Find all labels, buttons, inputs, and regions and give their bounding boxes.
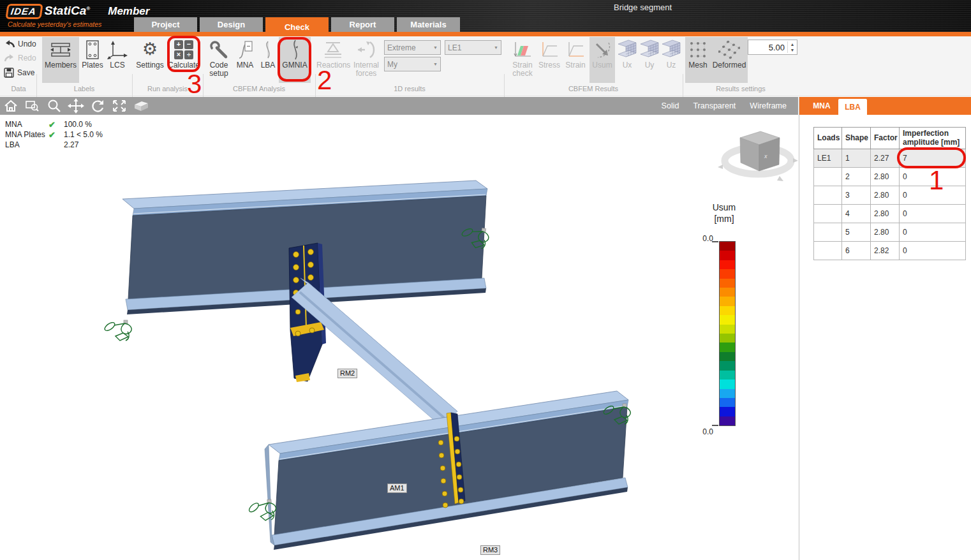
ux-button[interactable]: Ux — [616, 37, 638, 83]
table-cell[interactable]: 2.27 — [871, 149, 900, 168]
lba-button[interactable]: LBA — [258, 37, 278, 83]
uz-button[interactable]: Uz — [661, 37, 681, 83]
colorbar-band — [720, 251, 735, 260]
stepper-up-icon[interactable]: ▲ — [790, 41, 795, 47]
fit-to-screen-button[interactable] — [108, 98, 130, 114]
tab-lba[interactable]: LBA — [838, 99, 867, 115]
tab-materials[interactable]: Materials — [397, 17, 460, 32]
render-mode-solid[interactable]: Solid — [662, 101, 679, 110]
colorbar-band — [720, 416, 735, 425]
table-cell[interactable]: 0 — [900, 242, 966, 260]
group-label-labels: Labels — [36, 85, 132, 92]
colorbar-band — [720, 334, 735, 343]
table-cell[interactable]: 2.80 — [871, 168, 900, 186]
member-label-am1[interactable]: AM1 — [387, 483, 407, 493]
colorbar-min-value: 0.0 — [694, 427, 713, 436]
table-cell[interactable] — [814, 186, 842, 205]
undo-icon — [4, 40, 15, 48]
stepper-down-icon[interactable]: ▼ — [790, 47, 795, 53]
table-cell[interactable]: 1 — [842, 149, 871, 168]
table-cell[interactable]: 0 — [900, 168, 966, 186]
table-cell[interactable]: 2.80 — [871, 186, 900, 205]
table-row[interactable]: 32.800 — [814, 186, 966, 205]
strain-check-button[interactable]: Strain check — [508, 37, 537, 83]
table-cell[interactable]: 2 — [842, 168, 871, 186]
table-row[interactable]: LE112.277 — [814, 149, 966, 168]
gear-icon: ⚙ — [142, 40, 158, 59]
table-cell[interactable] — [814, 242, 842, 260]
mesh-button[interactable]: Mesh — [685, 37, 711, 83]
tab-mna[interactable]: MNA — [806, 97, 838, 115]
solid-view-button[interactable] — [130, 98, 152, 114]
uy-button[interactable]: Uy — [639, 37, 660, 83]
table-cell[interactable]: 6 — [842, 242, 871, 260]
status-value: 1.1 < 5.0 % — [64, 130, 103, 139]
app-logo: IDEA StatiCa® Member — [6, 4, 149, 19]
table-cell[interactable]: 3 — [842, 186, 871, 205]
column-header-factor: Factor — [871, 128, 900, 149]
settings-button[interactable]: ⚙ Settings — [134, 37, 166, 83]
rotate-button[interactable] — [87, 98, 108, 114]
table-cell[interactable] — [814, 223, 842, 242]
calculate-button[interactable]: +−×÷ Calculate — [167, 37, 200, 83]
loadcase-dropdown[interactable]: LE1▼ — [445, 40, 501, 55]
deformed-button[interactable]: Deformed — [711, 37, 748, 83]
code-setup-button[interactable]: Code setup — [204, 37, 233, 83]
table-cell[interactable]: 5 — [842, 223, 871, 242]
pan-button[interactable] — [65, 98, 87, 114]
group-label-results-settings: Results settings — [683, 85, 799, 92]
table-cell[interactable]: 2.80 — [871, 205, 900, 223]
table-cell[interactable]: 0 — [900, 186, 966, 205]
ux-label: Ux — [623, 61, 632, 70]
strain-button[interactable]: Strain — [563, 37, 588, 83]
model-viewport[interactable]: x RM2 AM1 RM3 — [0, 115, 798, 560]
table-row[interactable]: 42.800 — [814, 205, 966, 223]
home-view-button[interactable] — [0, 98, 22, 114]
table-cell[interactable]: 2.80 — [871, 223, 900, 242]
undo-button[interactable]: Undo — [4, 40, 36, 48]
mna-button[interactable]: MNA — [233, 37, 256, 83]
table-cell[interactable]: 2.82 — [871, 242, 900, 260]
table-cell[interactable]: 0 — [900, 205, 966, 223]
zoom-window-button[interactable] — [22, 98, 43, 114]
rotate-icon — [90, 99, 105, 113]
member-label-rm3[interactable]: RM3 — [480, 545, 500, 555]
extreme-dropdown[interactable]: Extreme▼ — [384, 40, 441, 55]
table-cell[interactable] — [814, 205, 842, 223]
table-cell[interactable]: 4 — [842, 205, 871, 223]
render-mode-wireframe[interactable]: Wireframe — [750, 101, 787, 110]
table-row[interactable]: 22.800 — [814, 168, 966, 186]
check-icon: ✔ — [48, 120, 64, 129]
plates-button[interactable]: Plates — [80, 37, 105, 83]
internal-forces-button[interactable]: Internal forces — [350, 37, 383, 83]
stress-button[interactable]: Stress — [537, 37, 561, 83]
colorbar-band — [720, 288, 735, 297]
table-cell[interactable]: 7 — [900, 149, 966, 168]
usum-button[interactable]: Usum — [589, 37, 615, 83]
save-button[interactable]: Save — [4, 68, 34, 78]
table-row[interactable]: 62.820 — [814, 242, 966, 260]
mna-icon — [237, 40, 253, 59]
reactions-icon — [322, 40, 344, 59]
table-cell[interactable]: 0 — [900, 223, 966, 242]
colorbar-band — [720, 306, 735, 315]
zoom-button[interactable] — [43, 98, 65, 114]
lcs-button[interactable]: LCS — [105, 37, 130, 83]
colorbar-tick-top — [712, 241, 718, 242]
table-cell[interactable] — [814, 168, 842, 186]
strain-check-icon — [513, 41, 532, 59]
gmnia-button[interactable]: GMNIA — [279, 37, 311, 83]
tab-report[interactable]: Report — [331, 17, 394, 32]
render-mode-transparent[interactable]: Transparent — [693, 101, 736, 110]
tab-design[interactable]: Design — [200, 17, 263, 32]
component-dropdown[interactable]: My▼ — [384, 57, 441, 71]
table-cell[interactable]: LE1 — [814, 149, 842, 168]
table-row[interactable]: 52.800 — [814, 223, 966, 242]
reactions-button[interactable]: Reactions — [316, 37, 350, 83]
render-mode-switch: Solid Transparent Wireframe — [662, 97, 787, 115]
redo-button[interactable]: Redo — [4, 54, 36, 63]
members-button[interactable]: Members — [42, 37, 79, 83]
deformed-scale-stepper[interactable]: 5.00 ▲▼ — [748, 40, 797, 55]
member-label-rm2[interactable]: RM2 — [337, 369, 357, 378]
tab-project[interactable]: Project — [134, 17, 197, 32]
